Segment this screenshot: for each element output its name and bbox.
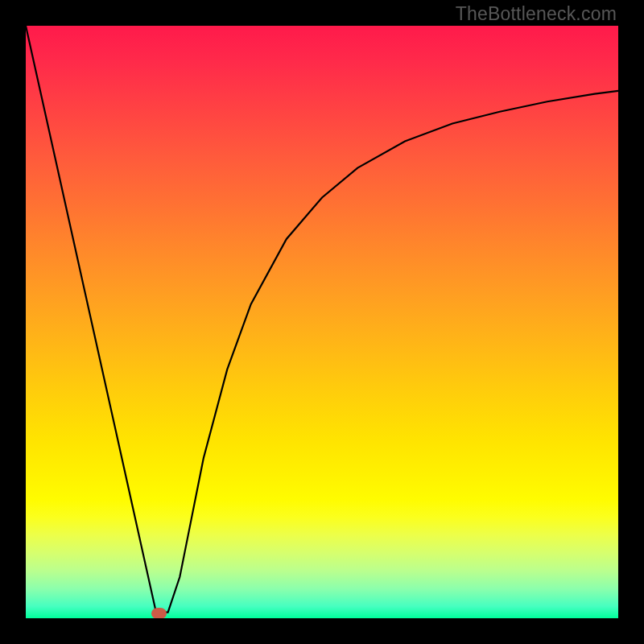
optimum-marker <box>151 608 167 618</box>
plot-area <box>26 26 618 618</box>
bottleneck-curve <box>26 26 618 613</box>
watermark-text: TheBottleneck.com <box>456 3 617 25</box>
chart-frame: TheBottleneck.com <box>0 0 644 644</box>
curve-svg <box>26 26 618 618</box>
